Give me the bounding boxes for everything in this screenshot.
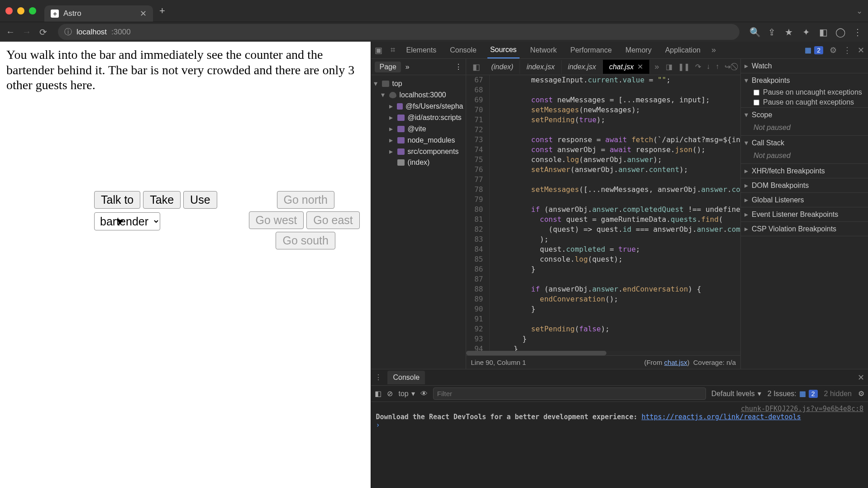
drawer-console-tab[interactable]: Console — [387, 371, 425, 384]
close-file-icon[interactable]: ✕ — [637, 62, 643, 71]
tab-network[interactable]: Network — [528, 43, 560, 58]
file-tab[interactable]: (index) — [485, 60, 520, 74]
tree-folder[interactable]: ▸src/components — [373, 146, 464, 157]
devtools-close-icon[interactable]: ✕ — [858, 45, 864, 55]
console-drawer: ⋮ Console ✕ ◧ ⊘ top▾ 👁 Default levels▾ 2… — [371, 369, 868, 488]
tree-folder[interactable]: ▸node_modules — [373, 134, 464, 146]
profile-icon[interactable]: ◯ — [835, 27, 845, 38]
step-into-icon[interactable]: ↓ — [706, 62, 710, 71]
tree-top[interactable]: ▾top — [373, 78, 464, 89]
breakpoints-section[interactable]: ▾Breakpoints — [741, 73, 868, 87]
console-filter-input[interactable] — [433, 388, 706, 400]
drawer-close-icon[interactable]: ✕ — [858, 373, 864, 383]
take-button[interactable]: Take — [143, 191, 181, 209]
event-breakpoints-section[interactable]: ▸Event Listener Breakpoints — [741, 207, 868, 221]
scope-section[interactable]: ▾Scope — [741, 108, 868, 122]
toggle-debugger-icon[interactable]: ◨ — [666, 62, 672, 71]
tree-host[interactable]: ▾localhost:3000 — [373, 89, 464, 100]
pause-icon[interactable]: ❚❚ — [678, 62, 690, 71]
more-tabs-icon[interactable]: » — [711, 45, 716, 55]
browser-tab[interactable]: ⟐ Astro ✕ — [44, 5, 153, 22]
navigator-menu-icon[interactable]: ⋮ — [455, 62, 462, 71]
narrative-text: You walk into the bar and immediately se… — [6, 47, 364, 93]
more-file-tabs-icon[interactable]: » — [650, 62, 663, 72]
step-out-icon[interactable]: ↑ — [715, 62, 719, 71]
reload-icon[interactable]: ⟳ — [38, 27, 48, 38]
dom-breakpoints-section[interactable]: ▸DOM Breakpoints — [741, 178, 868, 192]
message-source-link[interactable]: chunk-DFKQJ226.js?v=9e6b4e8c:8 — [741, 405, 863, 413]
toggle-sidebar-icon[interactable]: ◧ — [375, 389, 382, 398]
site-info-icon[interactable]: ⓘ — [64, 27, 72, 37]
console-message: chunk-DFKQJ226.js?v=9e6b4e8c:8 — [376, 405, 863, 413]
new-tab-button[interactable]: + — [159, 5, 165, 17]
target-select[interactable]: bartender — [94, 212, 160, 230]
talk-to-button[interactable]: Talk to — [94, 191, 140, 209]
context-selector[interactable]: top▾ — [398, 389, 415, 398]
favicon-icon: ⟐ — [51, 10, 59, 18]
xhr-breakpoints-section[interactable]: ▸XHR/fetch Breakpoints — [741, 164, 868, 178]
console-settings-icon[interactable]: ⚙ — [858, 389, 864, 398]
devtools-menu-icon[interactable]: ⋮ — [843, 45, 851, 55]
address-bar[interactable]: ⓘ localhost:3000 — [58, 24, 739, 40]
tab-close-icon[interactable]: ✕ — [140, 9, 147, 19]
bookmark-star-icon[interactable]: ★ — [784, 27, 794, 38]
callstack-section[interactable]: ▾Call Stack — [741, 136, 868, 150]
direction-nav: Go north Go west Go east Go south — [249, 191, 362, 249]
back-icon[interactable]: ← — [5, 27, 15, 37]
search-icon[interactable]: 🔍 — [749, 27, 759, 38]
file-tab[interactable]: index.jsx — [520, 60, 561, 74]
source-editor[interactable]: 67 messageInput.current.value = "";6869 … — [466, 75, 740, 351]
tree-folder[interactable]: ▸@id/astro:scripts — [373, 112, 464, 123]
from-file-link[interactable]: chat.jsx — [664, 359, 687, 366]
hidden-count[interactable]: 2 hidden — [824, 390, 852, 398]
issues-summary[interactable]: 2 Issues:▦2 — [768, 389, 818, 398]
sidepanel-icon[interactable]: ◧ — [818, 27, 828, 38]
file-tab[interactable]: index.jsx — [562, 60, 603, 74]
device-toolbar-icon[interactable]: ⌗ — [391, 45, 395, 55]
tab-application[interactable]: Application — [663, 43, 703, 58]
share-icon[interactable]: ⇪ — [767, 27, 777, 38]
go-west-button[interactable]: Go west — [249, 211, 304, 229]
csp-breakpoints-section[interactable]: ▸CSP Violation Breakpoints — [741, 222, 868, 236]
step-over-icon[interactable]: ↷ — [695, 62, 701, 71]
global-listeners-section[interactable]: ▸Global Listeners — [741, 193, 868, 207]
console-message: Download the React DevTools for a better… — [376, 413, 863, 421]
live-expression-icon[interactable]: 👁 — [420, 390, 428, 398]
go-north-button[interactable]: Go north — [277, 191, 334, 209]
issues-indicator[interactable]: ▦2 — [805, 46, 823, 54]
tree-folder[interactable]: ▸@vite — [373, 123, 464, 134]
file-tab-active[interactable]: chat.jsx✕ — [603, 60, 650, 74]
window-zoom-icon[interactable] — [29, 7, 36, 14]
use-button[interactable]: Use — [183, 191, 217, 209]
navigator-page-tab[interactable]: Page — [375, 62, 401, 72]
tab-console[interactable]: Console — [447, 43, 479, 58]
tab-elements[interactable]: Elements — [403, 43, 439, 58]
menu-icon[interactable]: ⋮ — [853, 27, 863, 38]
react-devtools-link[interactable]: https://reactjs.org/link/react-devtools — [641, 413, 801, 421]
console-prompt[interactable]: › — [376, 421, 863, 429]
navigator-more-icon[interactable]: » — [405, 63, 410, 71]
watch-section[interactable]: ▸Watch — [741, 59, 868, 73]
go-south-button[interactable]: Go south — [276, 232, 335, 249]
step-icon[interactable]: ↪ — [725, 62, 730, 71]
tabs-overflow-icon[interactable]: ⌄ — [856, 6, 863, 16]
go-east-button[interactable]: Go east — [306, 211, 360, 229]
inspect-icon[interactable]: ▣ — [375, 45, 382, 55]
window-minimize-icon[interactable] — [17, 7, 24, 14]
editor-horizontal-scrollbar[interactable] — [466, 351, 740, 355]
tab-performance[interactable]: Performance — [568, 43, 615, 58]
action-group: Talk to Take Use bartender — [94, 191, 217, 230]
window-close-icon[interactable] — [5, 7, 13, 14]
pause-uncaught-checkbox[interactable]: Pause on uncaught exceptions — [741, 87, 868, 97]
pause-caught-checkbox[interactable]: Pause on caught exceptions — [741, 97, 868, 107]
settings-icon[interactable]: ⚙ — [830, 45, 837, 55]
drawer-menu-icon[interactable]: ⋮ — [375, 373, 382, 382]
extensions-icon[interactable]: ✦ — [801, 27, 811, 38]
tree-folder[interactable]: ▸@fs/Users/stepha — [373, 100, 464, 112]
tree-file[interactable]: (index) — [373, 157, 464, 168]
tab-sources[interactable]: Sources — [487, 42, 520, 58]
toggle-navigator-icon[interactable]: ◧ — [468, 62, 485, 72]
clear-console-icon[interactable]: ⊘ — [387, 389, 393, 398]
tab-memory[interactable]: Memory — [623, 43, 654, 58]
log-levels-selector[interactable]: Default levels▾ — [711, 389, 761, 398]
